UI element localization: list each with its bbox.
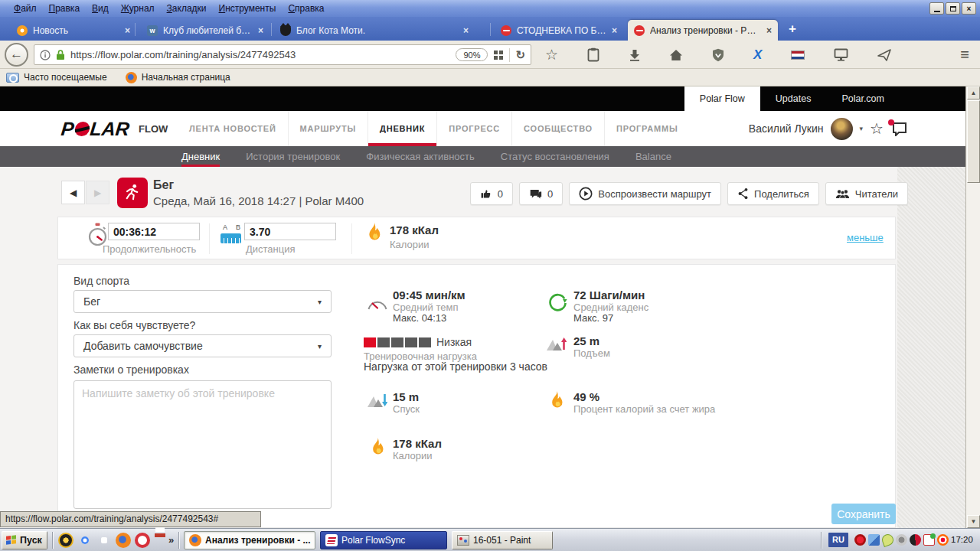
nav-feed[interactable]: ЛЕНТА НОВОСТЕЙ: [178, 111, 288, 146]
subnav-recovery[interactable]: Статус восстановления: [501, 146, 609, 167]
feeling-select[interactable]: Добавить самочувствие ▾: [74, 334, 332, 357]
dutch-flag-icon[interactable]: [791, 51, 805, 60]
notifications-icon[interactable]: [890, 121, 907, 136]
sport-select[interactable]: Бег ▾: [74, 290, 332, 313]
info-icon[interactable]: [40, 50, 51, 60]
tray-icon-webcam[interactable]: [896, 534, 907, 546]
zoom-level-badge[interactable]: 90%: [456, 48, 488, 61]
menu-history[interactable]: Журнал: [121, 3, 155, 14]
top-tab-polar-com[interactable]: Polar.com: [826, 86, 900, 111]
calories-label: Калории: [390, 239, 430, 250]
shield-icon[interactable]: [712, 48, 724, 62]
avatar[interactable]: [831, 118, 853, 140]
tab-stodnevka[interactable]: СТОДНЕВКА ПО БЕГУ - 10. ... ×: [495, 20, 623, 41]
send-icon[interactable]: [877, 49, 891, 61]
menu-hamburger-icon[interactable]: ≡: [960, 46, 969, 64]
scroll-up-button[interactable]: ▲: [967, 86, 980, 99]
address-bar[interactable]: https://flow.polar.com/training/analysis…: [34, 44, 531, 65]
reload-icon[interactable]: ↻: [515, 48, 525, 62]
bookmark-star-icon[interactable]: ☆: [545, 47, 558, 62]
fat-percent-label: Процент калорий за счет жира: [573, 403, 740, 415]
firefox-icon[interactable]: [116, 533, 131, 548]
clipboard-icon[interactable]: [587, 47, 599, 62]
tab-cat-blog[interactable]: Блог Кота Моти. ×: [274, 20, 475, 41]
vertical-scrollbar[interactable]: ▲ ▼: [965, 86, 980, 528]
like-button[interactable]: 0: [470, 182, 513, 205]
share-button[interactable]: Поделиться: [727, 182, 819, 205]
scroll-down-button[interactable]: ▼: [967, 515, 980, 528]
scrollbar-thumb[interactable]: [967, 100, 980, 183]
restore-button[interactable]: [946, 2, 960, 15]
tab-vk-club[interactable]: w Клуб любителей бега "АМА... ×: [141, 20, 270, 41]
subnav-activity[interactable]: Физическая активность: [366, 146, 475, 167]
subnav-balance[interactable]: Balance: [635, 146, 671, 167]
tray-icon-antivirus[interactable]: [910, 534, 921, 546]
close-button[interactable]: ×: [962, 2, 976, 15]
download-icon[interactable]: [629, 49, 641, 61]
home-icon[interactable]: [669, 49, 683, 61]
distance-input[interactable]: [244, 223, 336, 240]
subnav-history[interactable]: История тренировок: [246, 146, 340, 167]
grid-icon[interactable]: [493, 50, 504, 60]
notes-textarea[interactable]: [74, 380, 332, 509]
tab-close-icon[interactable]: ×: [463, 25, 469, 36]
language-indicator[interactable]: RU: [828, 533, 848, 547]
previous-training-button[interactable]: ◀: [61, 181, 85, 204]
tab-close-icon[interactable]: ×: [125, 25, 130, 36]
tray-icon-leaf[interactable]: [880, 533, 895, 547]
menu-help[interactable]: Справка: [288, 3, 324, 14]
tab-news[interactable]: Новость ×: [11, 20, 136, 41]
minimize-button[interactable]: [929, 2, 944, 15]
top-tab-polar-flow[interactable]: Polar Flow: [684, 86, 760, 111]
menu-view[interactable]: Вид: [92, 3, 109, 14]
tray-icon-target[interactable]: [937, 534, 949, 546]
top-tab-updates[interactable]: Updates: [760, 86, 827, 111]
back-button[interactable]: ←: [5, 43, 28, 67]
nav-programs[interactable]: ПРОГРАММЫ: [604, 111, 690, 146]
tab-close-icon[interactable]: ×: [612, 25, 617, 36]
subnav-diary[interactable]: Дневник: [181, 146, 220, 167]
readers-button[interactable]: Читатели: [825, 182, 908, 205]
url-text[interactable]: https://flow.polar.com/training/analysis…: [70, 49, 450, 60]
tab-close-icon[interactable]: ×: [258, 25, 263, 36]
user-name[interactable]: Василий Лукин: [749, 122, 824, 135]
polar-logo[interactable]: PLAR: [60, 118, 130, 140]
menu-edit[interactable]: Правка: [49, 3, 80, 14]
menu-bookmarks[interactable]: Закладки: [167, 3, 207, 14]
task-polar-flowsync[interactable]: Polar FlowSync: [320, 531, 447, 549]
comment-button[interactable]: 0: [519, 182, 563, 205]
nav-community[interactable]: СООБЩЕСТВО: [511, 111, 604, 146]
tray-icon-network[interactable]: [868, 534, 880, 546]
task-paint[interactable]: 16-051 - Paint: [452, 531, 553, 549]
quick-launch-overflow[interactable]: »: [168, 534, 174, 546]
bookmark-frequent[interactable]: Часто посещаемые: [6, 72, 107, 83]
nav-progress[interactable]: ПРОГРЕСС: [436, 111, 511, 146]
duration-input[interactable]: [108, 223, 200, 240]
start-button[interactable]: Пуск: [2, 531, 47, 549]
nav-diary[interactable]: ДНЕВНИК: [368, 111, 436, 146]
nav-routes[interactable]: МАРШРУТЫ: [288, 111, 368, 146]
menu-tools[interactable]: Инструменты: [219, 3, 276, 14]
taskbar: Пуск » Анализ тренировки - ... Polar Flo…: [0, 528, 980, 551]
daemon-tools-icon[interactable]: [58, 533, 74, 548]
tray-icon-red[interactable]: [854, 534, 866, 546]
favorites-star-icon[interactable]: ☆: [870, 119, 884, 138]
x-extension-icon[interactable]: X: [753, 47, 762, 63]
opera-icon[interactable]: [135, 533, 150, 548]
menu-file[interactable]: Файл: [14, 3, 37, 14]
tab-close-icon[interactable]: ×: [766, 25, 772, 36]
chevron-down-icon[interactable]: ▾: [860, 125, 864, 132]
tray-icon-mail[interactable]: [923, 534, 935, 546]
less-link[interactable]: меньше: [847, 232, 884, 243]
taskbar-clock[interactable]: 17:20: [951, 535, 973, 544]
save-button[interactable]: Сохранить: [831, 504, 896, 524]
monitor-icon[interactable]: [834, 48, 848, 61]
replay-route-button[interactable]: Воспроизвести маршрут: [569, 182, 721, 205]
bookmark-home-page[interactable]: Начальная страница: [126, 72, 230, 83]
status-bar-url: https://flow.polar.com/training/analysis…: [0, 511, 261, 527]
menu-bar: Файл Правка Вид Журнал Закладки Инструме…: [0, 3, 324, 14]
task-firefox-analysis[interactable]: Анализ тренировки - ...: [184, 531, 315, 549]
new-tab-button[interactable]: +: [789, 21, 796, 37]
next-training-button[interactable]: ▶: [86, 181, 109, 204]
tab-analysis-active[interactable]: Анализ тренировки - Polar F... ×: [628, 20, 778, 41]
